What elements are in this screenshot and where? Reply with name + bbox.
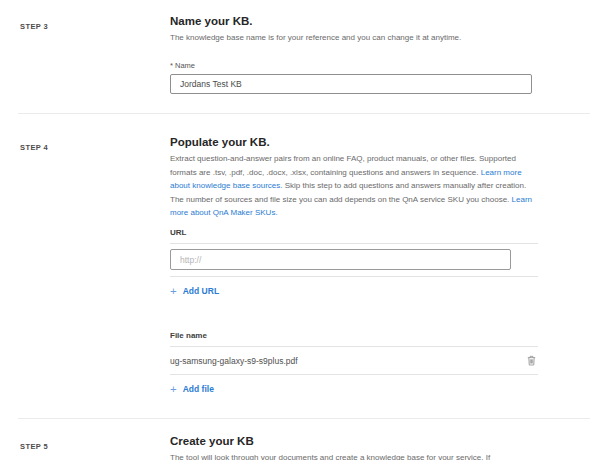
- step4-section: STEP 4 Populate your KB. Extract questio…: [0, 114, 600, 397]
- url-footer-divider: [170, 276, 538, 277]
- delete-file-button[interactable]: [525, 353, 538, 368]
- file-footer-divider: [170, 374, 538, 375]
- step5-section: STEP 5 Create your KB The tool will look…: [0, 419, 600, 460]
- kb-name-label: * Name: [170, 61, 538, 70]
- file-name-label: File name: [170, 331, 538, 340]
- add-file-button[interactable]: + Add file: [170, 384, 214, 394]
- trash-icon: [527, 355, 536, 366]
- step5-heading: Create your KB: [170, 435, 538, 447]
- step3-section: STEP 3 Name your KB. The knowledge base …: [0, 0, 600, 94]
- add-url-button[interactable]: + Add URL: [170, 286, 219, 296]
- kb-name-input[interactable]: [170, 74, 532, 94]
- plus-icon: +: [170, 385, 177, 393]
- url-header-divider: [170, 243, 538, 244]
- step5-description: The tool will look through your document…: [170, 451, 504, 460]
- step4-label: STEP 4: [20, 141, 48, 152]
- add-file-label: Add file: [183, 384, 214, 394]
- step4-heading: Populate your KB.: [170, 136, 538, 148]
- file-row: ug-samsung-galaxy-s9-s9plus.pdf: [170, 347, 538, 374]
- add-url-label: Add URL: [183, 286, 219, 296]
- qna-create-kb-page: STEP 3 Name your KB. The knowledge base …: [0, 0, 600, 460]
- plus-icon: +: [170, 287, 177, 295]
- url-input[interactable]: [170, 249, 511, 270]
- url-label: URL: [170, 228, 538, 237]
- file-group: File name ug-samsung-galaxy-s9-s9plus.pd…: [170, 331, 538, 397]
- step4-description: Extract question-and-answer pairs from a…: [170, 152, 538, 219]
- step4-description-part1: Extract question-and-answer pairs from a…: [170, 154, 516, 176]
- step5-label: STEP 5: [20, 440, 48, 451]
- step3-description: The knowledge base name is for your refe…: [170, 31, 538, 44]
- file-name-value: ug-samsung-galaxy-s9-s9plus.pdf: [170, 356, 298, 366]
- step3-heading: Name your KB.: [170, 15, 538, 27]
- url-group: URL + Add URL: [170, 228, 538, 299]
- step3-label: STEP 3: [20, 20, 48, 31]
